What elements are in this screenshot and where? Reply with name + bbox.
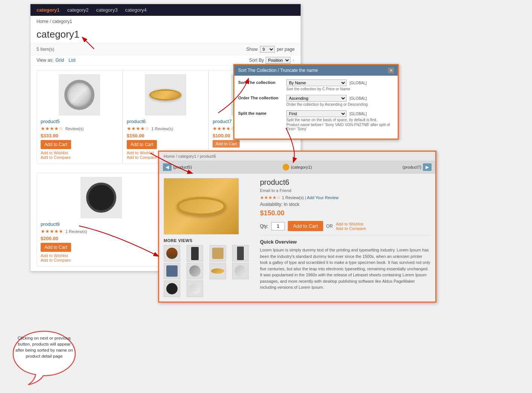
toolbar: 5 Item(s) Show 9 18 27 per page: [30, 43, 301, 55]
sort-panel-body: Sort The collection By Name By Price [GL…: [234, 76, 398, 139]
product5-wishlist[interactable]: Add to Wishlist: [41, 151, 119, 155]
sort-select[interactable]: Position Name Price: [266, 57, 290, 64]
annotation-bubble: Clicking on next or previous button, pro…: [8, 328, 81, 370]
product5-stars: ★★★★☆ Review(s): [41, 126, 119, 131]
nav-item-category3[interactable]: category3: [96, 7, 118, 13]
sort-direction-icon[interactable]: ↑: [293, 58, 295, 62]
qty-row: Qty: Add to Cart OR Add to Wishlist Add …: [260, 221, 431, 231]
sort-collection-controls: By Name By Price [GLOBAL] Sort the colle…: [286, 79, 394, 91]
email-friend-link[interactable]: Email to a Friend: [260, 188, 431, 193]
detail-wishlist-link[interactable]: Add to Wishlist: [336, 222, 366, 226]
product9-stars: ★★★★★ 1 Review(s): [41, 228, 161, 234]
product9-wishlist[interactable]: Add to Wishlist: [41, 253, 161, 258]
sort-panel-close-button[interactable]: ✕: [388, 67, 394, 73]
up-circle-icon[interactable]: [283, 164, 289, 171]
category-title: category1: [36, 29, 295, 40]
list-view-link[interactable]: List: [68, 58, 76, 63]
split-name-label: Split the name: [238, 110, 283, 116]
thumb-8[interactable]: [232, 263, 249, 279]
per-page-select[interactable]: 9 18 27: [260, 46, 275, 53]
order-collection-select[interactable]: Ascending Descending: [286, 95, 347, 102]
prev-product-link[interactable]: ◀ (product5): [163, 163, 192, 171]
next-product-link[interactable]: (product7) ▶: [403, 163, 432, 171]
thumb-10[interactable]: [187, 280, 203, 297]
product6-add-to-cart[interactable]: Add to Cart: [127, 140, 157, 149]
thumb-3[interactable]: [210, 245, 226, 262]
detail-availability: Availability: In stock: [260, 202, 431, 207]
add-review-link[interactable]: Add Your Review: [307, 195, 339, 200]
product6-image: [145, 74, 186, 116]
sort-panel: Sort The Collection / Truncate the name …: [233, 64, 399, 140]
quick-overview-text: Lorem Ipsum is simply dummy text of the …: [260, 247, 431, 291]
split-name-row: Split the name First Last [GLOBAL] Split…: [238, 110, 394, 131]
sort-by-label: Sort By: [249, 58, 264, 63]
detail-compare-link[interactable]: Add to Compare: [336, 226, 366, 231]
product6-name[interactable]: product6: [127, 119, 205, 124]
prev-product-label: (product5): [173, 165, 192, 169]
sort-collection-select[interactable]: By Name By Price: [286, 79, 347, 86]
view-as-label: View as:: [36, 58, 53, 63]
main-product-image: [164, 178, 239, 235]
order-collection-row: Order The collection Ascending Descendin…: [238, 95, 394, 107]
annotation-text: Clicking on next or previous button, pro…: [8, 328, 81, 370]
detail-add-to-cart-button[interactable]: Add to Cart: [288, 221, 323, 231]
product9-price: $200.00: [41, 236, 161, 241]
product5-image: [59, 74, 100, 116]
split-name-select[interactable]: First Last: [286, 110, 347, 117]
sort-collection-global: [GLOBAL]: [350, 81, 367, 85]
breadcrumb: Home / category1: [30, 16, 301, 27]
product6-stars: ★★★★☆ 1 Review(s): [127, 126, 205, 131]
order-collection-label: Order The collection: [238, 95, 283, 100]
sort-collection-label: Sort The collection: [238, 79, 283, 85]
product5-add-to-cart[interactable]: Add to Cart: [41, 140, 71, 149]
product9-image: [81, 177, 122, 218]
thumb-5[interactable]: [164, 263, 180, 279]
detail-info: product6 Email to a Friend ★★★★☆ 1 Revie…: [254, 178, 431, 297]
prev-arrow-button[interactable]: ◀: [163, 163, 172, 171]
nav-item-category4[interactable]: category4: [125, 7, 147, 13]
product-cell-5: product5 ★★★★☆ Review(s) $333.00 Add to …: [36, 70, 123, 164]
items-count: 5 Item(s): [36, 47, 54, 52]
order-collection-hint: Order the collection by Ascending or Des…: [286, 102, 394, 107]
qty-input[interactable]: [271, 222, 285, 230]
per-page-label: per page: [277, 47, 295, 52]
sort-bar: Sort By Position Name Price ↑: [249, 57, 295, 64]
split-name-controls: First Last [GLOBAL] Split the name on th…: [286, 110, 394, 131]
order-collection-global: [GLOBAL]: [350, 96, 367, 101]
nav-item-category2[interactable]: category2: [67, 7, 88, 13]
thumb-6[interactable]: [187, 263, 203, 279]
product5-links: Add to Wishlist Add to Compare: [41, 151, 119, 160]
product5-compare[interactable]: Add to Compare: [41, 155, 119, 160]
next-arrow-button[interactable]: ▶: [423, 163, 432, 171]
thumb-2[interactable]: [187, 245, 203, 262]
order-collection-controls: Ascending Descending [GLOBAL] Order the …: [286, 95, 394, 107]
ring1-shape: [64, 80, 94, 110]
split-name-global: [GLOBAL]: [350, 112, 367, 116]
split-name-hint1: Split the name on the basis of space, by…: [286, 118, 394, 122]
sort-collection-hint: Sort the collection by C.Price or Name: [286, 87, 394, 91]
detail-breadcrumb: Home / category1 / product6: [159, 152, 435, 161]
product9-links: Add to Wishlist Add to Compare: [41, 253, 161, 262]
nav-center: (category1): [283, 164, 312, 171]
qty-label: Qty:: [260, 224, 268, 229]
detail-body: MORE VIEWS product6 Email to a Friend: [159, 174, 435, 302]
product5-name[interactable]: product5: [41, 119, 119, 124]
product9-add-to-cart[interactable]: Add to Cart: [41, 243, 71, 252]
thumb-4[interactable]: [232, 245, 249, 262]
detail-reviews: 1 Review(s) | Add Your Review: [282, 195, 338, 200]
next-product-label: (product7): [403, 165, 421, 169]
detail-breadcrumb-text: Home / category1 / product6: [164, 154, 216, 158]
product7-add-to-cart[interactable]: Add to Cart: [213, 140, 240, 148]
thumb-7[interactable]: [210, 263, 226, 279]
product9-compare[interactable]: Add to Compare: [41, 258, 161, 262]
product6-price: $150.00: [127, 133, 205, 139]
thumb-1[interactable]: [164, 245, 180, 262]
grid-view-link[interactable]: Grid: [55, 58, 64, 63]
nav-item-category1[interactable]: category1: [36, 7, 59, 13]
thumb-9[interactable]: [164, 280, 180, 297]
detail-stars: ★★★★☆ 1 Review(s) | Add Your Review: [260, 195, 431, 200]
split-name-hint2: Product name before= 'Sony VAIO VGN-FN27…: [286, 123, 394, 131]
divider: [260, 235, 431, 235]
product9-name[interactable]: product9: [41, 221, 161, 227]
detail-images: MORE VIEWS: [164, 178, 254, 297]
